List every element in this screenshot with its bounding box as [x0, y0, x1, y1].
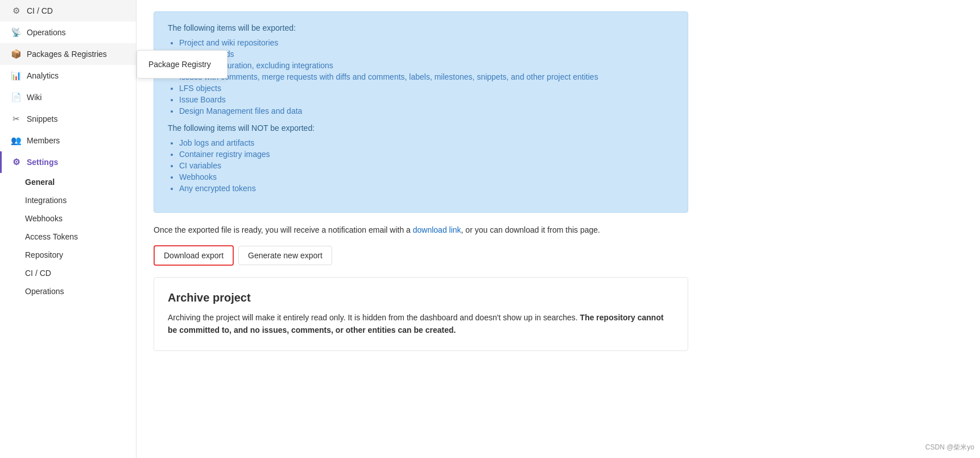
- analytics-icon: 📊: [11, 71, 21, 81]
- sidebar-sub-item-integrations[interactable]: Integrations: [0, 191, 136, 209]
- export-item-5: LFS objects: [179, 84, 674, 93]
- sidebar-sub-label: CI / CD: [25, 269, 51, 278]
- sidebar-item-label: Packages & Registries: [27, 49, 107, 59]
- submenu-package-registry[interactable]: Package Registry: [137, 55, 227, 73]
- sidebar-sub-item-ci-cd[interactable]: CI / CD: [0, 264, 136, 282]
- sidebar-item-label: Settings: [27, 158, 58, 167]
- sidebar-item-label: Members: [27, 136, 60, 145]
- sidebar-item-ci-cd[interactable]: ⚙ CI / CD: [0, 0, 136, 22]
- sidebar-item-label: Snippets: [27, 114, 57, 123]
- archive-section: Archive project Archiving the project wi…: [154, 277, 688, 351]
- export-item-6: Issue Boards: [179, 95, 674, 104]
- sidebar-sub-label: Operations: [25, 287, 64, 296]
- export-item-1: Project and wiki repositories: [179, 38, 674, 47]
- sidebar-sub-item-operations[interactable]: Operations: [0, 282, 136, 300]
- sidebar-item-label: Operations: [27, 28, 65, 37]
- not-export-item-4: Webhooks: [179, 172, 674, 181]
- download-export-button[interactable]: Download export: [154, 245, 234, 266]
- export-info-box: The following items will be exported: Pr…: [154, 11, 688, 213]
- sidebar: ⚙ CI / CD 📡 Operations 📦 Packages & Regi…: [0, 0, 137, 458]
- operations-icon: 📡: [11, 27, 21, 38]
- will-not-be-exported-heading: The following items will NOT be exported…: [168, 123, 674, 133]
- archive-title: Archive project: [168, 291, 674, 304]
- sidebar-sub-item-general[interactable]: General: [0, 173, 136, 191]
- not-export-item-1: Job logs and artifacts: [179, 138, 674, 147]
- sidebar-sub-label: Access Tokens: [25, 232, 78, 241]
- ci-cd-icon: ⚙: [11, 6, 21, 16]
- not-export-item-5: Any encrypted tokens: [179, 184, 674, 193]
- sidebar-sub-label: Webhooks: [25, 214, 63, 223]
- sidebar-item-settings[interactable]: ⚙ Settings: [0, 151, 136, 173]
- packages-icon: 📦: [11, 49, 21, 59]
- export-item-4: Issues with comments, merge requests wit…: [179, 72, 674, 81]
- main-content: The following items will be exported: Pr…: [137, 0, 980, 458]
- watermark: CSDN @柴米yo: [925, 443, 974, 452]
- export-item-2: Project uploads: [179, 49, 674, 59]
- sidebar-sub-item-access-tokens[interactable]: Access Tokens: [0, 228, 136, 246]
- settings-icon: ⚙: [11, 157, 21, 167]
- sidebar-item-packages[interactable]: 📦 Packages & Registries: [0, 43, 136, 65]
- sidebar-item-snippets[interactable]: ✂ Snippets: [0, 108, 136, 130]
- packages-submenu: Package Registry: [137, 50, 228, 79]
- sidebar-item-analytics[interactable]: 📊 Analytics: [0, 65, 136, 86]
- button-row: Download export Generate new export: [154, 245, 688, 266]
- sidebar-item-wiki[interactable]: 📄 Wiki: [0, 86, 136, 108]
- generate-new-export-button[interactable]: Generate new export: [238, 246, 332, 265]
- will-be-exported-list: Project and wiki repositories Project up…: [179, 38, 674, 115]
- wiki-icon: 📄: [11, 92, 21, 102]
- will-not-be-exported-list: Job logs and artifacts Container registr…: [179, 138, 674, 193]
- notification-text: Once the exported file is ready, you wil…: [154, 224, 688, 236]
- sidebar-sub-item-webhooks[interactable]: Webhooks: [0, 209, 136, 228]
- sidebar-item-label: CI / CD: [27, 6, 53, 15]
- members-icon: 👥: [11, 135, 21, 146]
- not-export-item-3: CI variables: [179, 161, 674, 170]
- will-be-exported-heading: The following items will be exported:: [168, 23, 674, 32]
- sidebar-item-label: Analytics: [27, 71, 59, 80]
- download-link[interactable]: download link: [413, 225, 461, 234]
- sidebar-item-label: Wiki: [27, 93, 42, 102]
- sidebar-item-operations[interactable]: 📡 Operations: [0, 22, 136, 43]
- sidebar-sub-label: Repository: [25, 250, 63, 259]
- export-item-3: Project configuration, excluding integra…: [179, 61, 674, 70]
- sidebar-sub-label: General: [25, 178, 55, 187]
- snippets-icon: ✂: [11, 114, 21, 124]
- sidebar-sub-item-repository[interactable]: Repository: [0, 246, 136, 264]
- not-export-item-2: Container registry images: [179, 150, 674, 159]
- archive-description: Archiving the project will make it entir…: [168, 311, 674, 337]
- export-item-7: Design Management files and data: [179, 106, 674, 115]
- sidebar-sub-label: Integrations: [25, 196, 67, 205]
- sidebar-item-members[interactable]: 👥 Members: [0, 130, 136, 151]
